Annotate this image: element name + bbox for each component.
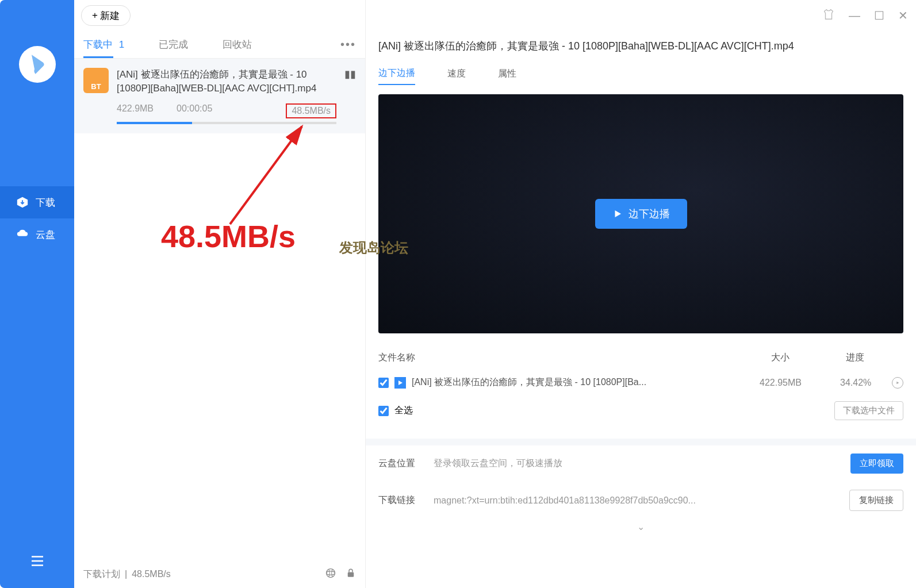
copy-link-button[interactable]: 复制链接 — [849, 490, 903, 511]
list-tabs: 下载中 1 已完成 回收站 ••• — [74, 31, 365, 59]
video-preview: 边下边播 — [378, 94, 903, 333]
download-size: 422.9MB — [117, 103, 154, 118]
link-value: magnet:?xt=urn:btih:ed112dbd401a81138e99… — [434, 495, 835, 506]
svg-point-1 — [327, 569, 335, 578]
download-elapsed: 00:00:05 — [177, 103, 212, 118]
file-size: 422.95MB — [760, 378, 834, 388]
download-speed: 48.5MB/s — [286, 103, 336, 118]
tab-completed[interactable]: 已完成 — [159, 32, 188, 57]
cloud-location-row: 云盘位置 登录领取云盘空间，可极速播放 立即领取 — [366, 445, 916, 482]
app-logo — [19, 46, 56, 83]
lock-icon[interactable] — [346, 567, 356, 581]
link-label: 下载链接 — [378, 494, 420, 506]
progress-bar — [117, 122, 336, 124]
download-list-panel: + 新建 下载中 1 已完成 回收站 ••• BT [ANi] 被逐出隊伍的治癒… — [74, 0, 366, 588]
plus-icon: + — [92, 10, 98, 21]
status-bar: 下载计划 | 48.5MB/s — [74, 560, 365, 588]
file-checkbox[interactable] — [378, 378, 389, 388]
pause-button[interactable]: ▮▮ — [344, 68, 356, 124]
speed-annotation: 48.5MB/s — [161, 218, 296, 254]
download-icon — [16, 196, 29, 209]
select-all-checkbox[interactable] — [378, 406, 389, 416]
maximize-button[interactable]: ☐ — [874, 9, 884, 22]
file-progress: 34.42% — [840, 378, 886, 388]
sidebar: 下载 云盘 — [0, 0, 74, 588]
tab-downloading[interactable]: 下载中 1 — [83, 32, 124, 57]
sidebar-item-cloud[interactable]: 云盘 — [0, 218, 74, 251]
file-name: [ANi] 被逐出隊伍的治癒師，其實是最強 - 10 [1080P][Ba... — [412, 376, 754, 389]
video-file-icon — [394, 377, 406, 389]
more-icon[interactable]: ••• — [340, 38, 356, 51]
total-speed: 48.5MB/s — [132, 569, 171, 579]
download-selected-button[interactable]: 下载选中文件 — [834, 401, 903, 420]
sidebar-item-label: 云盘 — [36, 228, 55, 241]
svg-point-2 — [327, 571, 335, 575]
file-list: 文件名称 大小 进度 [ANi] 被逐出隊伍的治癒師，其實是最強 - 10 [1… — [366, 341, 916, 439]
download-item[interactable]: BT [ANi] 被逐出隊伍的治癒師，其實是最強 - 10 [1080P][Ba… — [74, 59, 365, 133]
bt-file-icon: BT — [83, 68, 109, 93]
close-button[interactable]: ✕ — [898, 9, 908, 22]
browser-icon[interactable] — [325, 567, 336, 581]
cloud-label: 云盘位置 — [378, 458, 420, 470]
dtab-play[interactable]: 边下边播 — [378, 63, 415, 85]
play-while-download-button[interactable]: 边下边播 — [595, 199, 687, 229]
expand-chevron-icon[interactable]: ⌄ — [366, 519, 916, 535]
dtab-props[interactable]: 属性 — [498, 63, 516, 84]
col-size: 大小 — [771, 352, 846, 364]
play-file-icon[interactable] — [892, 377, 903, 389]
claim-cloud-button[interactable]: 立即领取 — [850, 454, 903, 474]
skin-icon[interactable] — [822, 8, 835, 24]
col-filename: 文件名称 — [378, 352, 771, 364]
window-controls: — ☐ ✕ — [366, 0, 916, 31]
top-bar: + 新建 — [74, 0, 365, 31]
file-row[interactable]: [ANi] 被逐出隊伍的治癒師，其實是最強 - 10 [1080P][Ba...… — [378, 372, 903, 393]
downloading-count: 1 — [119, 39, 124, 50]
dtab-speed[interactable]: 速度 — [447, 63, 466, 84]
detail-tabs: 边下边播 速度 属性 — [366, 61, 916, 86]
new-button[interactable]: + 新建 — [81, 5, 131, 26]
tab-trash[interactable]: 回收站 — [223, 32, 252, 57]
tab-indicator — [83, 56, 113, 58]
menu-button[interactable] — [29, 552, 46, 572]
minimize-button[interactable]: — — [849, 9, 860, 22]
cloud-hint: 登录领取云盘空间，可极速播放 — [434, 458, 837, 470]
download-info: [ANi] 被逐出隊伍的治癒師，其實是最強 - 10 [1080P][Baha]… — [117, 68, 336, 124]
detail-panel: — ☐ ✕ [ANi] 被逐出隊伍的治癒師，其實是最強 - 10 [1080P]… — [366, 0, 916, 588]
play-icon — [612, 209, 623, 219]
download-plan-label[interactable]: 下载计划 — [83, 568, 120, 581]
download-title: [ANi] 被逐出隊伍的治癒師，其實是最強 - 10 [1080P][Baha]… — [117, 68, 336, 95]
new-button-label: 新建 — [100, 9, 120, 22]
col-progress: 进度 — [846, 352, 903, 364]
sidebar-item-download[interactable]: 下载 — [0, 186, 74, 218]
svg-rect-3 — [348, 572, 354, 577]
select-all-label: 全选 — [394, 405, 413, 417]
cloud-icon — [16, 228, 29, 241]
detail-title: [ANi] 被逐出隊伍的治癒師，其實是最強 - 10 [1080P][Baha]… — [366, 31, 916, 61]
svg-line-0 — [230, 126, 302, 224]
sidebar-item-label: 下载 — [36, 196, 55, 209]
download-link-row: 下载链接 magnet:?xt=urn:btih:ed112dbd401a811… — [366, 482, 916, 519]
